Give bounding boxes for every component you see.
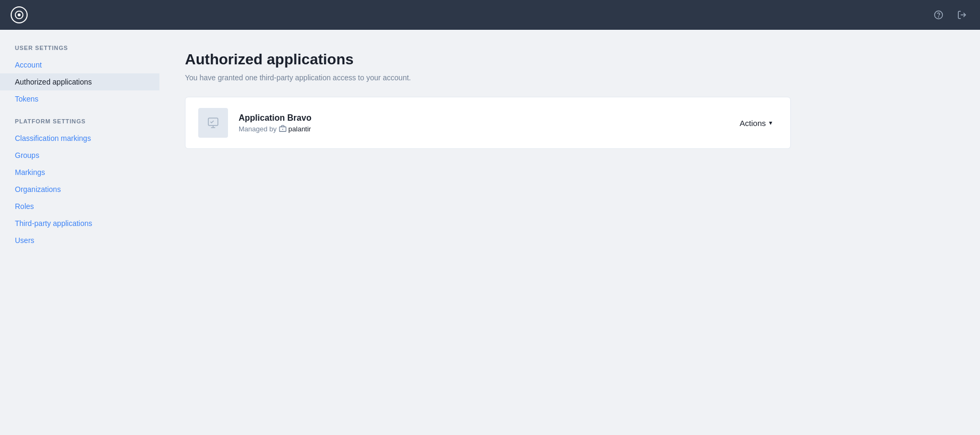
platform-settings-section-label: PLATFORM SETTINGS xyxy=(0,118,159,130)
sidebar-item-account[interactable]: Account xyxy=(0,56,159,73)
page-title: Authorized applications xyxy=(185,51,954,68)
actions-button[interactable]: Actions ▾ xyxy=(734,115,778,131)
org-name-text: palantir xyxy=(289,125,311,133)
help-icon[interactable] xyxy=(931,7,946,22)
actions-label: Actions xyxy=(740,119,766,128)
topbar xyxy=(0,0,980,30)
app-info: Application Bravo Managed by palantir xyxy=(239,113,724,133)
sidebar-item-groups[interactable]: Groups xyxy=(0,147,159,164)
sidebar-item-tokens[interactable]: Tokens xyxy=(0,90,159,107)
org-name: palantir xyxy=(279,125,311,133)
page-layout: USER SETTINGS Account Authorized applica… xyxy=(0,0,980,435)
svg-point-1 xyxy=(18,13,20,16)
sidebar-item-users[interactable]: Users xyxy=(0,232,159,249)
sidebar-item-classification-markings[interactable]: Classification markings xyxy=(0,130,159,147)
sidebar-item-roles[interactable]: Roles xyxy=(0,198,159,215)
user-settings-section-label: USER SETTINGS xyxy=(0,45,159,56)
sidebar-item-organizations[interactable]: Organizations xyxy=(0,181,159,198)
logout-icon[interactable] xyxy=(954,7,969,22)
topbar-right xyxy=(931,7,969,22)
app-logo[interactable] xyxy=(11,6,28,23)
chevron-down-icon: ▾ xyxy=(769,119,772,127)
page-subtitle: You have granted one third-party applica… xyxy=(185,73,954,82)
app-managed: Managed by palantir xyxy=(239,125,724,133)
app-icon xyxy=(198,108,228,138)
app-name: Application Bravo xyxy=(239,113,724,123)
managed-by-label: Managed by xyxy=(239,125,277,133)
main-content: Authorized applications You have granted… xyxy=(159,30,980,435)
app-card: Application Bravo Managed by palantir Ac… xyxy=(185,97,791,149)
sidebar-item-markings[interactable]: Markings xyxy=(0,164,159,181)
sidebar-item-authorized-applications[interactable]: Authorized applications xyxy=(0,73,159,90)
sidebar: USER SETTINGS Account Authorized applica… xyxy=(0,30,159,435)
sidebar-item-third-party-applications[interactable]: Third-party applications xyxy=(0,215,159,232)
